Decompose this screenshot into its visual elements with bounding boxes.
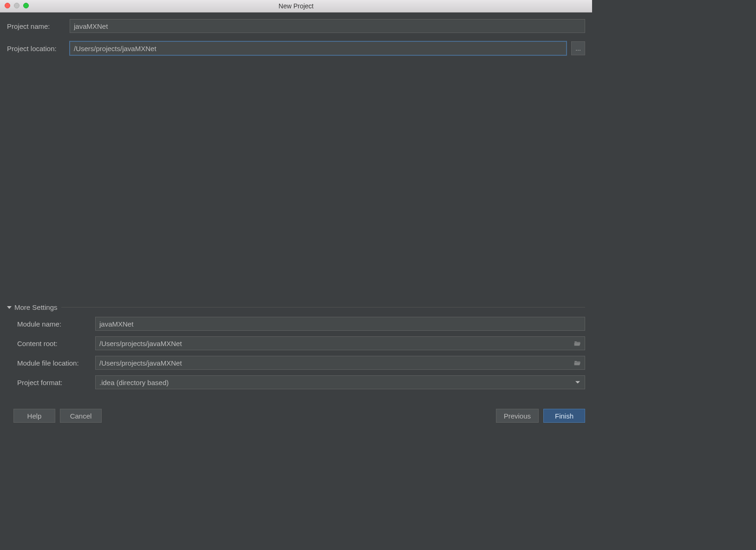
window-title: New Project — [279, 2, 313, 10]
project-format-label: Project format: — [7, 379, 95, 386]
finish-button[interactable]: Finish — [543, 409, 585, 423]
module-file-location-label: Module file location: — [7, 359, 95, 367]
project-location-input[interactable] — [70, 41, 567, 55]
cancel-button[interactable]: Cancel — [60, 409, 102, 423]
minimize-window-button — [14, 3, 20, 8]
project-format-row: Project format: .idea (directory based) — [7, 375, 585, 389]
content-root-row: Content root: — [7, 336, 585, 350]
chevron-down-icon — [575, 381, 580, 384]
project-name-row: Project name: — [7, 19, 585, 33]
project-name-input[interactable] — [70, 19, 585, 33]
dialog-content: Project name: Project location: ... More… — [0, 13, 592, 431]
folder-open-icon[interactable] — [574, 360, 581, 366]
browse-location-button[interactable]: ... — [571, 41, 585, 55]
content-root-input[interactable] — [95, 336, 585, 350]
button-bar: Help Cancel Previous Finish — [7, 395, 585, 431]
content-root-label: Content root: — [7, 340, 95, 347]
project-location-label: Project location: — [7, 45, 70, 52]
folder-open-icon[interactable] — [574, 340, 581, 347]
project-format-select[interactable]: .idea (directory based) — [95, 375, 585, 389]
spacer — [7, 64, 585, 303]
more-settings-label: More Settings — [14, 303, 58, 311]
chevron-down-icon — [7, 306, 12, 309]
more-settings-toggle[interactable]: More Settings — [7, 303, 585, 311]
module-name-row: Module name: — [7, 317, 585, 331]
window-controls — [5, 3, 29, 8]
help-button[interactable]: Help — [13, 409, 55, 423]
titlebar: New Project — [0, 0, 592, 13]
previous-button[interactable]: Previous — [496, 409, 539, 423]
module-file-location-row: Module file location: — [7, 356, 585, 370]
project-format-value: .idea (directory based) — [99, 379, 169, 386]
close-window-button[interactable] — [5, 3, 10, 8]
separator — [61, 307, 585, 308]
more-settings-panel: Module name: Content root: Module file l… — [7, 317, 585, 395]
project-name-label: Project name: — [7, 22, 70, 30]
module-file-location-input[interactable] — [95, 356, 585, 370]
project-location-row: Project location: ... — [7, 41, 585, 55]
module-name-input[interactable] — [95, 317, 585, 331]
module-name-label: Module name: — [7, 320, 95, 328]
zoom-window-button[interactable] — [23, 3, 29, 8]
